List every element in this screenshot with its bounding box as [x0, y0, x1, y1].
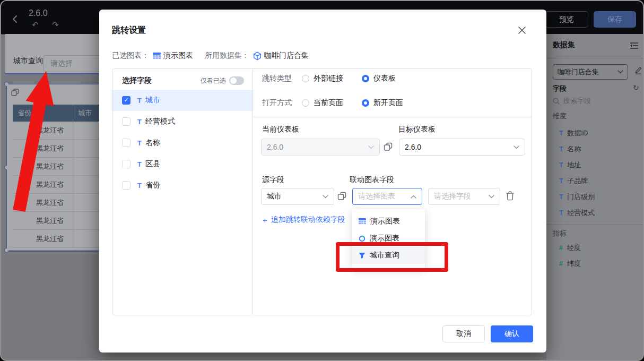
undo-icon[interactable]: ↶	[32, 20, 39, 30]
table-chart-icon	[153, 53, 161, 59]
jump-config-panel: 跳转类型 外部链接 仪表板 打开方式 当前页面 新开页面 当前仪表板 目标仪表板…	[253, 69, 532, 315]
text-field-icon: T	[137, 118, 142, 126]
copy-icon[interactable]	[337, 192, 346, 201]
confirm-button[interactable]: 确认	[491, 325, 533, 342]
text-field-icon: T	[559, 177, 563, 185]
radio-new-page[interactable]: 新开页面	[358, 98, 403, 108]
dimension-field-item[interactable]: T地址	[559, 160, 581, 170]
text-field-icon: T	[559, 209, 563, 217]
refresh-fields-icon[interactable]: ↻	[633, 83, 639, 92]
number-field-icon: #	[559, 260, 563, 268]
current-dashboard-select: 2.6.0	[261, 139, 380, 156]
close-icon[interactable]	[518, 26, 526, 35]
checkbox[interactable]	[122, 160, 130, 168]
radio-icon[interactable]	[302, 99, 309, 107]
target-dashboard-select[interactable]: 2.6.0	[399, 139, 525, 156]
chevron-up-icon	[411, 195, 416, 199]
open-mode-row: 打开方式 当前页面 新开页面	[262, 98, 417, 108]
search-icon	[553, 98, 560, 105]
checkbox[interactable]	[122, 139, 130, 147]
selected-chart-value: 演示图表	[163, 51, 193, 61]
dimensions-group-label: 维度	[553, 111, 567, 121]
field-row[interactable]: T 省份	[112, 175, 253, 196]
delete-row-icon[interactable]	[506, 191, 515, 201]
radio-icon[interactable]	[302, 75, 309, 82]
chevron-down-icon	[489, 195, 494, 199]
show-selected-only-toggle[interactable]	[229, 76, 244, 85]
jump-settings-dialog: 跳转设置 已选图表： 演示图表 所用数据集： 咖啡门店合集 选择字段	[99, 10, 546, 353]
filter-chart-icon	[359, 252, 365, 259]
chevron-down-icon	[368, 145, 374, 149]
preview-button[interactable]: 预览	[545, 11, 588, 28]
jump-type-row: 跳转类型 外部链接 仪表板	[262, 74, 410, 83]
source-field-label: 源字段	[262, 175, 284, 185]
field-search-input[interactable]: 搜索字段	[553, 96, 591, 106]
current-dashboard-label: 当前仪表板	[262, 125, 299, 134]
chevron-down-icon	[617, 70, 623, 74]
text-field-icon: T	[559, 145, 563, 153]
dimension-field-item[interactable]: T名称	[559, 144, 581, 154]
divider	[253, 117, 532, 117]
number-field-icon: #	[559, 244, 563, 252]
table-col-header: 省份	[13, 105, 73, 122]
dashboard-editor-window: 2.6.0 ↶ ↷ 预览 保存 城市查询 请选择 省份 城市 黑龙江省	[0, 0, 644, 361]
cancel-button[interactable]: 取消	[442, 325, 485, 342]
measure-field-item[interactable]: #纬度	[559, 259, 581, 269]
back-icon[interactable]	[12, 15, 18, 23]
sidebar-title: 数据集	[553, 40, 575, 50]
chart-select-dropdown: 演示图表 演示图表 城市查询	[352, 209, 425, 268]
copy-icon[interactable]	[384, 142, 393, 151]
field-row[interactable]: T 区县	[112, 153, 253, 175]
field-select-panel: 选择字段 仅看已选 T 城市 T 经营模式	[112, 69, 253, 315]
divider	[546, 225, 644, 225]
radio-dashboard[interactable]: 仪表板	[358, 74, 396, 83]
linkage-chart-select[interactable]: 请选择图表	[352, 188, 422, 205]
text-field-icon: T	[559, 161, 563, 169]
radio-selected-icon[interactable]	[362, 99, 369, 107]
checkbox[interactable]	[122, 117, 130, 126]
radio-current-page[interactable]: 当前页面	[298, 98, 343, 108]
text-field-icon: T	[559, 193, 563, 201]
linkage-field-label: 联动图表字段	[350, 175, 394, 185]
dimension-field-item[interactable]: T门店级别	[559, 192, 595, 202]
measure-field-item[interactable]: #经度	[559, 243, 581, 253]
collapse-panel-icon[interactable]	[630, 42, 639, 49]
dimension-field-item[interactable]: T数据ID	[559, 128, 588, 138]
dimension-field-item[interactable]: T子品牌	[559, 176, 588, 186]
text-field-icon: T	[137, 182, 142, 190]
dropdown-item-city-query[interactable]: 城市查询	[352, 247, 425, 264]
radio-selected-icon[interactable]	[362, 75, 369, 82]
text-field-icon: T	[137, 139, 142, 147]
duplicate-widget-icon[interactable]	[11, 89, 19, 97]
dropdown-item-pie-chart[interactable]: 演示图表	[352, 230, 425, 247]
text-field-icon: T	[137, 97, 142, 105]
add-dependency-link[interactable]: + 追加跳转联动依赖字段	[263, 215, 345, 225]
dataset-select[interactable]: 咖啡门店合集	[553, 64, 628, 80]
dataset-sidebar: 数据集 咖啡门店合集 字段 ↻ 搜索字段 维度 T数据ID T名称 T地址 T子…	[546, 34, 644, 361]
checkbox[interactable]	[122, 181, 130, 190]
dialog-content-box: 选择字段 仅看已选 T 城市 T 经营模式	[112, 68, 532, 315]
edit-dataset-icon[interactable]	[634, 66, 642, 74]
open-mode-label: 打开方式	[262, 98, 292, 108]
pie-chart-icon	[359, 235, 365, 242]
checkbox-checked[interactable]	[122, 96, 130, 105]
field-row[interactable]: T 名称	[112, 132, 253, 153]
redo-icon[interactable]: ↷	[52, 20, 59, 30]
selected-chart-label: 已选图表：	[112, 51, 149, 61]
source-field-select[interactable]: 城市	[261, 188, 334, 205]
dimension-field-item[interactable]: T经营模式	[559, 208, 595, 218]
dropdown-item-table-chart[interactable]: 演示图表	[352, 213, 425, 230]
dialog-title: 跳转设置	[112, 25, 146, 36]
linkage-field-select[interactable]: 请选择字段	[428, 188, 500, 205]
dialog-info-row: 已选图表： 演示图表 所用数据集： 咖啡门店合集	[112, 51, 309, 61]
field-panel-title: 选择字段	[122, 76, 152, 85]
save-button[interactable]: 保存	[594, 11, 636, 28]
radio-external-link[interactable]: 外部链接	[298, 74, 343, 83]
dataset-cube-icon	[253, 51, 262, 61]
divider	[546, 58, 644, 58]
dashboard-version-title: 2.6.0	[29, 8, 48, 18]
table-chart-icon	[359, 218, 366, 225]
field-row-city[interactable]: T 城市	[112, 90, 253, 111]
field-row[interactable]: T 经营模式	[112, 111, 253, 132]
measures-group-label: 指标	[553, 229, 567, 238]
